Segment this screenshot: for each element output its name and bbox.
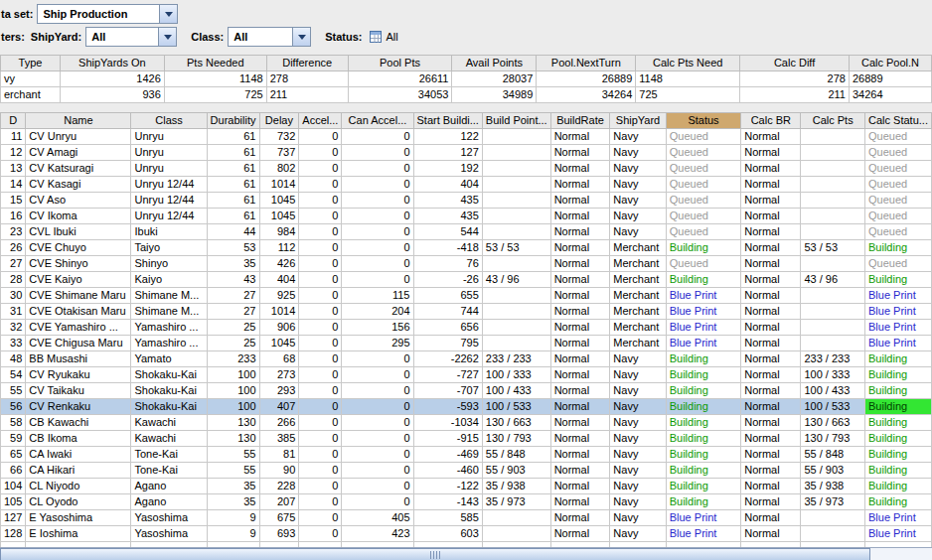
cell[interactable]: Tone-Kai [131,463,207,479]
cell[interactable]: 55 / 848 [801,447,865,463]
cell[interactable]: CV Ikoma [26,209,131,224]
table-row[interactable]: 27CVE ShinyoShinyo354260076NormalMerchan… [1,256,932,272]
cell[interactable]: Merchant [610,304,666,320]
cell[interactable]: 585 [413,510,482,526]
cell[interactable]: 795 [413,336,482,351]
column-header-name[interactable]: Name [26,113,131,129]
cell[interactable]: 127 [1,510,26,526]
cell[interactable]: 0 [342,383,413,399]
cell[interactable]: 0 [299,240,342,256]
cell[interactable] [482,224,550,240]
cell[interactable]: Blue Print [865,510,932,526]
cell[interactable]: 984 [259,224,299,240]
cell[interactable]: 100 / 333 [801,367,865,383]
column-header-shipyard[interactable]: ShipYard [610,113,666,129]
cell[interactable]: Queued [865,145,932,161]
cell[interactable]: 802 [259,161,299,177]
cell[interactable]: Normal [550,193,610,209]
cell[interactable]: 744 [413,304,482,320]
table-row[interactable]: 104CL NiyodoAgano3522800-12235 / 938Norm… [1,479,932,494]
cell[interactable]: Blue Print [666,336,741,351]
cell[interactable]: Blue Print [666,288,741,304]
cell[interactable]: -2262 [413,351,482,367]
cell[interactable]: 423 [342,526,413,542]
cell[interactable]: BB Musashi [26,351,131,367]
cell[interactable]: Blue Print [666,320,741,336]
cell[interactable]: 0 [299,510,342,526]
cell[interactable]: Normal [550,510,610,526]
cell[interactable]: Blue Print [666,510,741,526]
cell[interactable]: Queued [666,145,741,161]
cell[interactable]: 100 / 433 [482,383,550,399]
cell[interactable]: 27 [207,288,259,304]
cell[interactable]: Building [865,431,932,447]
horizontal-scrollbar[interactable] [0,547,932,560]
cell[interactable]: 0 [342,224,413,240]
cell[interactable]: 0 [299,272,342,288]
table-row[interactable]: 16CV IkomaUnryu 12/4461104500435NormalNa… [1,209,932,224]
cell[interactable]: 128 [1,526,26,542]
cell[interactable]: CB Ikoma [26,431,131,447]
table-row[interactable]: 54CV RyukakuShokaku-Kai10027300-727100 /… [1,367,932,383]
cell[interactable] [801,336,865,351]
cell[interactable]: 0 [342,145,413,161]
cell[interactable]: Building [666,383,741,399]
cell[interactable]: Yamashiro ... [131,336,207,351]
cell[interactable]: Normal [741,320,801,336]
cell[interactable]: Queued [865,129,932,145]
cell[interactable]: 0 [299,161,342,177]
cell[interactable] [482,304,550,320]
column-header-durability[interactable]: Durability [207,113,259,129]
cell[interactable]: Navy [610,351,666,367]
cell[interactable]: Merchant [610,288,666,304]
cell[interactable]: 68 [259,351,299,367]
cell[interactable] [801,209,865,224]
cell[interactable]: Normal [741,256,801,272]
cell[interactable]: 405 [342,510,413,526]
cell[interactable]: 54 [1,367,26,383]
table-row[interactable]: 26CVE ChuyoTaiyo5311200-41853 / 53Normal… [1,240,932,256]
cell[interactable]: CV Renkaku [26,399,131,415]
cell[interactable]: Building [666,431,741,447]
cell[interactable]: 35 / 973 [801,494,865,510]
cell[interactable]: 0 [342,415,413,431]
cell[interactable]: Unryu [131,129,207,145]
cell[interactable]: 35 / 938 [482,479,550,494]
cell[interactable]: Navy [610,145,666,161]
cell[interactable]: CV Kasagi [26,177,131,193]
cell[interactable]: Merchant [610,336,666,351]
table-row[interactable]: 105CL OyodoAgano3520700-14335 / 973Norma… [1,494,932,510]
column-header-d[interactable]: D [1,113,26,129]
cell[interactable]: Building [865,351,932,367]
column-header-accel[interactable]: Accel... [299,113,342,129]
cell[interactable]: 55 [1,383,26,399]
cell[interactable]: 0 [299,145,342,161]
cell[interactable]: Navy [610,224,666,240]
cell[interactable]: 0 [342,256,413,272]
cell[interactable]: -593 [413,399,482,415]
cell[interactable]: Normal [741,431,801,447]
cell[interactable]: 0 [342,367,413,383]
column-header-buildrate[interactable]: BuildRate [550,113,610,129]
cell[interactable]: 26 [1,240,26,256]
cell[interactable]: 100 [207,367,259,383]
cell[interactable]: Building [865,399,932,415]
cell[interactable]: Normal [741,510,801,526]
cell[interactable]: 0 [299,463,342,479]
cell[interactable]: Normal [741,161,801,177]
cell[interactable]: 1014 [259,177,299,193]
cell[interactable]: 0 [342,463,413,479]
cell[interactable]: 130 [207,431,259,447]
cell[interactable] [801,256,865,272]
cell[interactable]: Normal [741,479,801,494]
cell[interactable]: 0 [299,256,342,272]
cell[interactable]: CV Taikaku [26,383,131,399]
cell[interactable]: 693 [259,526,299,542]
cell[interactable]: 0 [299,399,342,415]
cell[interactable]: Building [666,463,741,479]
cell[interactable]: 207 [259,494,299,510]
cell[interactable]: 27 [207,304,259,320]
table-row[interactable]: 11CV UnryuUnryu6173200122NormalNavyQueue… [1,129,932,145]
table-row[interactable]: 66CA HikariTone-Kai559000-46055 / 903Nor… [1,463,932,479]
cell[interactable]: Queued [666,129,741,145]
